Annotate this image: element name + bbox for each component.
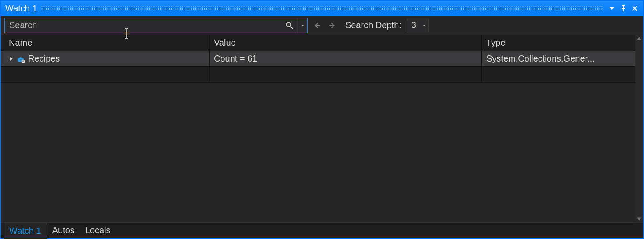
search-icon[interactable]	[282, 18, 297, 33]
window-position-button[interactable]	[606, 3, 618, 14]
nav-forward-button[interactable]	[326, 19, 339, 32]
row-type: System.Collections.Gener...	[486, 54, 595, 64]
tab-autos[interactable]: Autos	[47, 223, 80, 238]
window-title: Watch 1	[5, 4, 37, 14]
pin-icon[interactable]	[618, 3, 629, 14]
chevron-down-icon	[422, 21, 427, 30]
titlebar-grip[interactable]	[41, 6, 603, 11]
search-depth-select[interactable]: 3	[407, 19, 429, 32]
object-icon	[17, 55, 25, 62]
grid-blank-area	[1, 83, 635, 222]
grid-header-row: Name Value Type	[1, 35, 635, 51]
column-header-type[interactable]: Type	[482, 35, 635, 51]
tab-locals[interactable]: Locals	[80, 223, 116, 238]
search-input[interactable]	[5, 18, 282, 33]
toolbar: Search Depth: 3	[1, 16, 643, 35]
row-name: Recipes	[28, 54, 60, 64]
scroll-down-icon[interactable]	[637, 216, 642, 221]
close-icon[interactable]	[629, 3, 640, 14]
expand-toggle[interactable]	[9, 56, 14, 62]
new-watch-row[interactable]	[1, 67, 635, 83]
svg-rect-2	[22, 61, 24, 62]
column-header-value[interactable]: Value	[210, 35, 482, 51]
tab-watch-1[interactable]: Watch 1	[4, 223, 47, 239]
search-box	[4, 18, 308, 33]
table-row[interactable]: Recipes Count = 61 System.Collections.Ge…	[1, 51, 635, 67]
vertical-scrollbar[interactable]	[635, 35, 643, 222]
cell-value: Count = 61	[210, 51, 482, 66]
bottom-tabs: Watch 1 Autos Locals	[1, 222, 643, 238]
search-depth-value: 3	[412, 21, 416, 30]
column-header-name[interactable]: Name	[1, 35, 210, 51]
search-options-dropdown[interactable]	[297, 18, 307, 33]
watch-grid: Name Value Type	[1, 35, 635, 222]
watch-window: Watch 1 Search Depth:	[0, 0, 644, 239]
row-value: Count = 61	[214, 54, 257, 64]
titlebar: Watch 1	[1, 1, 643, 16]
svg-point-0	[286, 22, 291, 27]
grid-area: Name Value Type	[1, 35, 643, 222]
search-depth-label: Search Depth:	[345, 20, 402, 30]
scroll-up-icon[interactable]	[637, 36, 642, 41]
cell-type: System.Collections.Gener...	[482, 51, 635, 66]
nav-back-button[interactable]	[310, 19, 323, 32]
cell-name: Recipes	[1, 51, 210, 66]
